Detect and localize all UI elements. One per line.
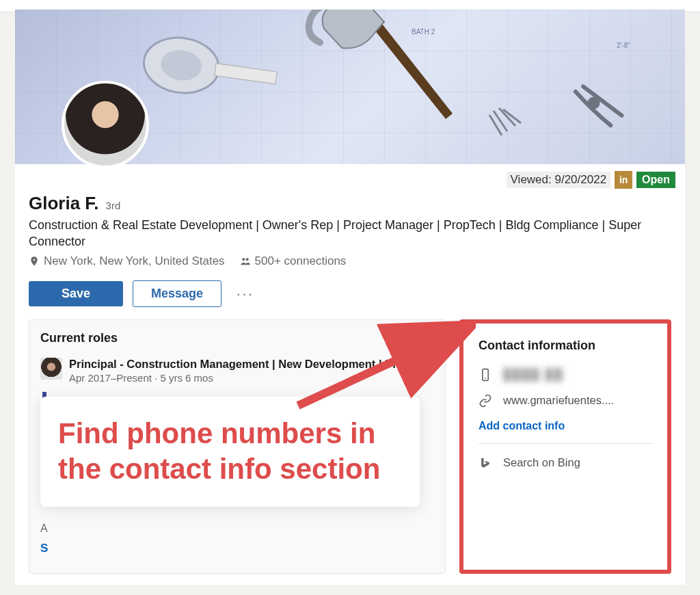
annotation-text: Find phone numbers in the contact info s… <box>58 416 392 488</box>
svg-text:BATH 2: BATH 2 <box>412 28 435 36</box>
current-roles-title: Current roles <box>40 331 434 345</box>
linkedin-icon: in <box>615 171 632 189</box>
add-contact-link[interactable]: Add contact info <box>479 420 652 432</box>
current-roles-panel: Current roles Principal - Construction M… <box>29 319 446 574</box>
contact-info-title: Contact information <box>479 339 652 353</box>
profile-name: Gloria F. <box>29 193 99 214</box>
role-thumbnail <box>40 358 62 380</box>
contact-info-panel: Contact information ████ ██ www.gmariefu… <box>459 319 671 574</box>
bing-icon <box>479 456 492 470</box>
phone-icon <box>479 368 492 382</box>
divider <box>479 443 652 444</box>
message-button[interactable]: Message <box>133 280 221 307</box>
svg-text:2'-8": 2'-8" <box>617 42 630 49</box>
location: New York, New York, United States <box>29 254 225 268</box>
location-text: New York, New York, United States <box>44 254 225 268</box>
annotation-callout: Find phone numbers in the contact info s… <box>40 397 420 507</box>
search-bing-row[interactable]: Search on Bing <box>479 456 652 470</box>
see-more-link[interactable]: S <box>40 542 48 555</box>
role-item[interactable]: Principal - Construction Management | Ne… <box>40 358 434 384</box>
save-button[interactable]: Save <box>29 281 123 306</box>
location-pin-icon <box>29 256 40 267</box>
contact-phone-row: ████ ██ <box>479 368 652 382</box>
website-text: www.gmariefuentes.... <box>503 394 614 407</box>
phone-blurred: ████ ██ <box>503 368 564 381</box>
contact-website-row[interactable]: www.gmariefuentes.... <box>479 394 652 408</box>
svg-point-14 <box>245 258 248 261</box>
open-badge: Open <box>636 172 675 188</box>
profile-avatar[interactable] <box>62 81 149 168</box>
connections: 500+ connections <box>240 254 347 268</box>
truncated-text: A <box>40 523 48 535</box>
more-button[interactable]: ··· <box>231 280 260 307</box>
viewed-badge: Viewed: 9/20/2022 <box>507 172 611 188</box>
people-icon <box>240 256 251 267</box>
connection-degree: 3rd <box>106 200 121 211</box>
role-title: Principal - Construction Management | Ne… <box>69 358 413 371</box>
svg-point-10 <box>589 98 599 108</box>
role-duration: Apr 2017–Present · 5 yrs 6 mos <box>69 372 413 384</box>
svg-point-13 <box>242 258 245 261</box>
profile-headline: Construction & Real Estate Development |… <box>29 217 671 250</box>
bing-text: Search on Bing <box>503 456 580 469</box>
profile-card: BATH 2 2'-8" Viewed: 9/20/2022 in Open G… <box>15 10 685 585</box>
connections-text: 500+ connections <box>255 254 347 268</box>
link-icon <box>479 394 492 408</box>
